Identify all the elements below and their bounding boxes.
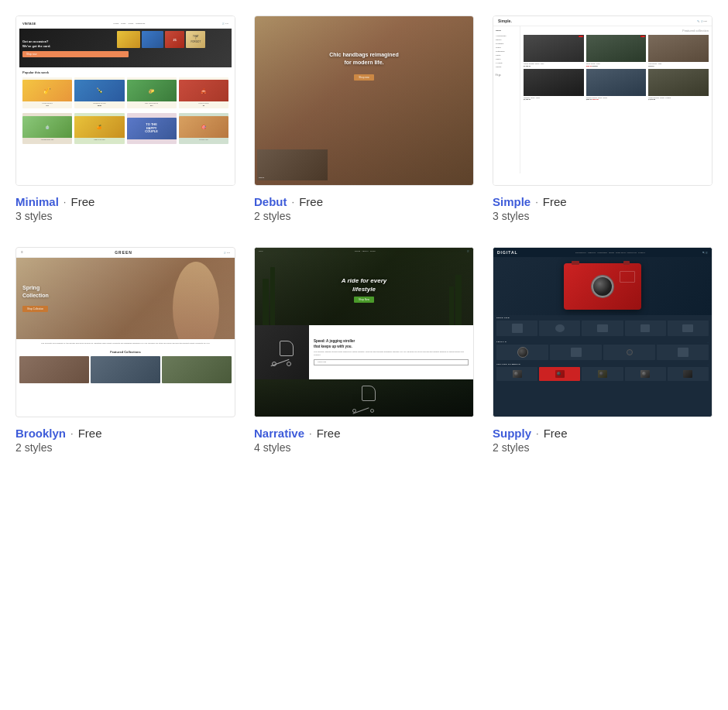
theme-card-supply: DIGITAL PHOTOGRAPHYVIDEO/LIVEACCESSORIES…	[493, 247, 713, 454]
theme-info-minimal: Minimal · Free 3 styles	[15, 195, 235, 222]
preview-brand: VINTAGE	[22, 22, 36, 26]
theme-card-minimal: VINTAGE Home Prints Cards Notebooks 🛒 14…	[15, 15, 235, 222]
themes-grid: VINTAGE Home Prints Cards Notebooks 🛒 14…	[15, 15, 713, 454]
theme-preview-debut[interactable]: Nomah Store Menu About Contact 🛒 Chic ha…	[254, 15, 474, 186]
theme-card-narrative: Yoyo HOMEABOUTSHOP 🛒 A ride for everylif…	[254, 247, 474, 454]
theme-card-simple: Simple. 🔍🛒 Cart Home AccessoriesDenimFoo…	[493, 15, 713, 222]
theme-preview-narrative[interactable]: Yoyo HOMEABOUTSHOP 🛒 A ride for everylif…	[254, 247, 474, 417]
theme-name-narrative[interactable]: Narrative	[254, 427, 304, 440]
theme-styles-brooklyn: 2 styles	[15, 441, 235, 454]
theme-styles-narrative: 4 styles	[254, 441, 474, 454]
theme-card-debut: Nomah Store Menu About Contact 🛒 Chic ha…	[254, 15, 474, 222]
theme-info-debut: Debut · Free 2 styles	[254, 195, 474, 222]
theme-preview-simple[interactable]: Simple. 🔍🛒 Cart Home AccessoriesDenimFoo…	[493, 15, 713, 186]
theme-name-supply[interactable]: Supply	[493, 427, 531, 440]
theme-info-simple: Simple · Free 3 styles	[493, 195, 713, 222]
theme-styles-debut: 2 styles	[254, 210, 474, 222]
theme-name-brooklyn[interactable]: Brooklyn	[15, 427, 66, 440]
theme-price-minimal: Free	[70, 195, 94, 208]
theme-card-brooklyn: ☰ GRΕΕΝ 🛒 147 SpringCollection Shop Coll…	[15, 247, 235, 454]
theme-info-narrative: Narrative · Free 4 styles	[254, 427, 474, 454]
theme-title-row-brooklyn: Brooklyn · Free	[15, 427, 235, 440]
theme-info-brooklyn: Brooklyn · Free 2 styles	[15, 427, 235, 454]
theme-styles-minimal: 3 styles	[15, 210, 235, 222]
theme-preview-minimal[interactable]: VINTAGE Home Prints Cards Notebooks 🛒 14…	[15, 15, 235, 186]
theme-dot-minimal: ·	[64, 196, 67, 208]
theme-preview-supply[interactable]: DIGITAL PHOTOGRAPHYVIDEO/LIVEACCESSORIES…	[493, 247, 713, 417]
theme-styles-supply: 2 styles	[493, 441, 713, 454]
theme-name-simple[interactable]: Simple	[493, 195, 531, 208]
theme-title-row-simple: Simple · Free	[493, 195, 713, 208]
theme-title-row-minimal: Minimal · Free	[15, 195, 235, 208]
theme-title-row-debut: Debut · Free	[254, 195, 474, 208]
theme-name-debut[interactable]: Debut	[254, 195, 287, 208]
theme-preview-brooklyn[interactable]: ☰ GRΕΕΝ 🛒 147 SpringCollection Shop Coll…	[15, 247, 235, 417]
theme-title-row-supply: Supply · Free	[493, 427, 713, 440]
theme-name-minimal[interactable]: Minimal	[15, 195, 59, 208]
theme-info-supply: Supply · Free 2 styles	[493, 427, 713, 454]
theme-title-row-narrative: Narrative · Free	[254, 427, 474, 440]
theme-styles-simple: 3 styles	[493, 210, 713, 222]
